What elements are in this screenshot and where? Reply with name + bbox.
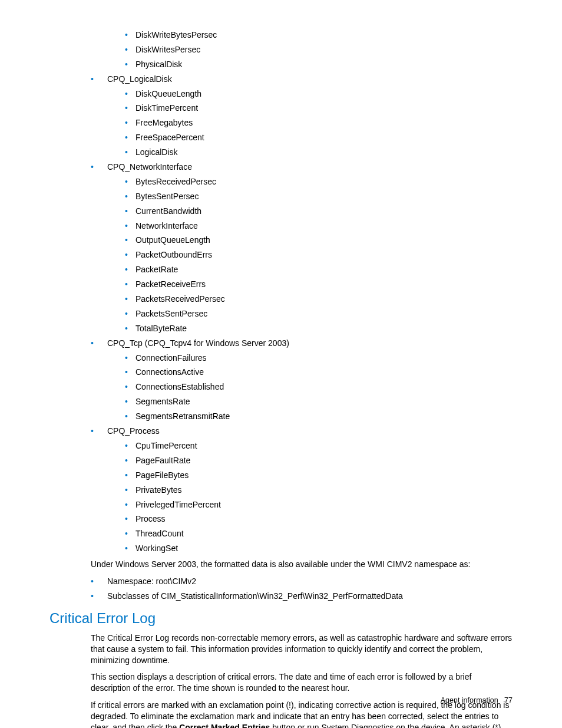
list-text: CPQ_Tcp (CPQ_Tcpv4 for Windows Server 20… [107,338,289,348]
list-text: OutputQueueLength [135,235,210,245]
list-text: CurrentBandwidth [135,206,201,216]
section-heading: Critical Error Log [49,610,513,627]
list-item: SegmentsRate [125,396,513,407]
text-bold: Correct Marked Entries [179,723,270,728]
list-item: DiskWriteBytesPersec [125,29,513,41]
list-text: PrivateBytes [135,485,182,495]
list-item: CpuTimePercent [125,440,513,452]
list-text: PhysicalDisk [135,60,182,69]
list-item: FreeMegabytes [125,117,513,129]
list-item: DiskWritesPersec [125,44,513,55]
list-text: ConnectionsActive [135,367,204,377]
footer-page-number: 77 [504,696,513,704]
list-text: PacketReceiveErrs [135,279,206,289]
list-text: CpuTimePercent [135,441,197,450]
list-text: PageFaultRate [135,456,190,465]
paragraph: The Critical Error Log records non-corre… [91,633,513,666]
list-item: PageFaultRate [125,455,513,466]
list-item: PhysicalDisk [125,59,513,70]
sub-list: DiskWriteBytesPersec DiskWritesPersec Ph… [107,29,513,70]
list-item: . DiskWriteBytesPersec DiskWritesPersec … [91,29,513,70]
list-text: PrivelegedTimePercent [135,500,221,509]
list-item: CPQ_Tcp (CPQ_Tcpv4 for Windows Server 20… [91,338,513,422]
sub-list: BytesReceivedPersec BytesSentPersec Curr… [107,176,513,334]
paragraph: This section displays a description of c… [91,671,513,694]
list-text: CPQ_NetworkInterface [107,162,192,172]
list-item: LogicalDisk [125,147,513,158]
footer-label: Agent information [441,696,498,704]
list-item: FreeSpacePercent [125,132,513,143]
list-text: SegmentsRetransmitRate [135,411,230,421]
list-item: BytesReceivedPersec [125,176,513,187]
list-text: BytesReceivedPersec [135,177,216,186]
list-text: PageFileBytes [135,470,189,480]
list-item: Process [125,513,513,525]
list-item: TotalByteRate [125,323,513,334]
list-text: Process [135,514,166,523]
list-item: PacketReceiveErrs [125,279,513,290]
list-item: ConnectionsEstablished [125,381,513,393]
list-text: DiskTimePercent [135,103,198,113]
list-item: ConnectionFailures [125,353,513,364]
list-item: Namespace: root\CIMv2 [91,576,513,587]
list-text: NetworkInterface [135,221,198,230]
list-item: DiskTimePercent [125,103,513,114]
list-item: PageFileBytes [125,470,513,481]
list-text: BytesSentPersec [135,192,199,201]
list-item: CurrentBandwidth [125,206,513,217]
list-text: ConnectionsEstablished [135,382,224,391]
list-text: PacketOutboundErrs [135,250,212,259]
list-item: WorkingSet [125,543,513,554]
list-text: FreeMegabytes [135,118,193,127]
list-item: PacketsSentPersec [125,308,513,319]
list-item: CPQ_NetworkInterface BytesReceivedPersec… [91,162,513,334]
list-item: SegmentsRetransmitRate [125,411,513,422]
list-item: Subclasses of CIM_StatisticalInformation… [91,591,513,602]
list-item: DiskQueueLength [125,88,513,100]
list-text: FreeSpacePercent [135,133,204,142]
list-item: ThreadCount [125,528,513,539]
list-item: CPQ_Process CpuTimePercent PageFaultRate… [91,426,513,554]
list-item: NetworkInterface [125,220,513,232]
list-text: DiskQueueLength [135,89,201,98]
list-text: PacketsSentPersec [135,309,207,318]
list-item: PrivateBytes [125,485,513,496]
list-text: PacketsReceivedPersec [135,294,225,304]
list-item: ConnectionsActive [125,367,513,378]
list-text: LogicalDisk [135,147,178,157]
list-text: PacketRate [135,265,178,274]
list-text: DiskWritesPersec [135,45,200,54]
sub-list: CpuTimePercent PageFaultRate PageFileByt… [107,440,513,554]
list-text: SegmentsRate [135,397,190,406]
list-text: Namespace: root\CIMv2 [107,577,196,586]
list-continuation-wrapper: . DiskWriteBytesPersec DiskWritesPersec … [49,29,513,554]
namespace-list: Namespace: root\CIMv2 Subclasses of CIM_… [49,576,513,602]
page-footer: Agent information 77 [441,696,513,704]
list-text: ThreadCount [135,529,184,538]
sub-list: DiskQueueLength DiskTimePercent FreeMega… [107,88,513,158]
list-item: PrivelegedTimePercent [125,499,513,510]
list-text: Subclasses of CIM_StatisticalInformation… [107,591,403,601]
list-item: BytesSentPersec [125,191,513,202]
list-text: CPQ_Process [107,426,160,436]
list-item: CPQ_LogicalDisk DiskQueueLength DiskTime… [91,74,513,158]
list-text: TotalByteRate [135,324,187,333]
list-item: PacketRate [125,264,513,275]
list-text: ConnectionFailures [135,353,207,363]
list-item: OutputQueueLength [125,235,513,246]
paragraph: Under Windows Server 2003, the formatted… [91,559,513,570]
list-text: DiskWriteBytesPersec [135,30,217,39]
list-item: PacketsReceivedPersec [125,294,513,305]
list-text: CPQ_LogicalDisk [107,74,172,84]
sub-list: ConnectionFailures ConnectionsActive Con… [107,353,513,422]
list-text: WorkingSet [135,543,178,553]
list-item: PacketOutboundErrs [125,249,513,261]
document-page: . DiskWriteBytesPersec DiskWritesPersec … [0,0,562,728]
